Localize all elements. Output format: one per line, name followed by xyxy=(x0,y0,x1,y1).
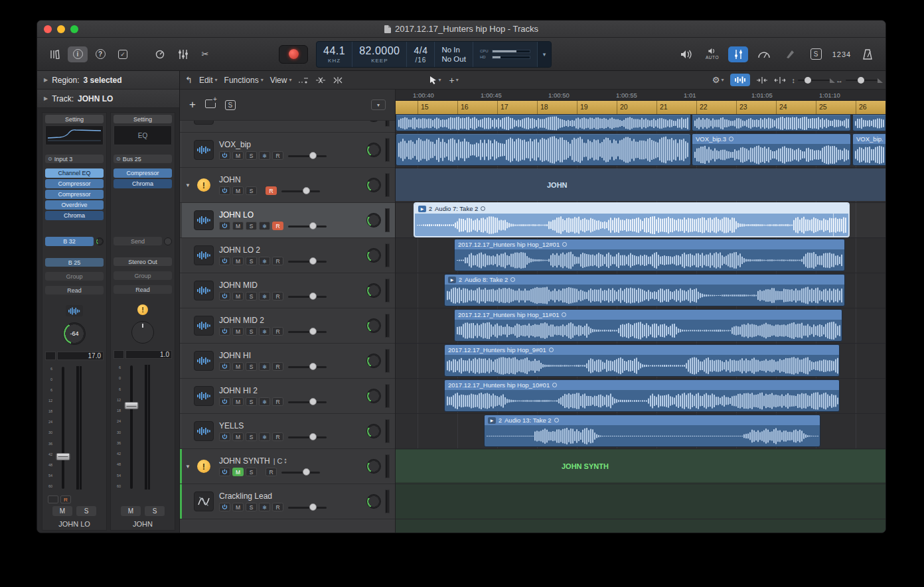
track-on-button[interactable] xyxy=(219,362,230,371)
track-record-button[interactable]: R xyxy=(272,397,283,406)
lcd-display[interactable]: 44.1 KHZ 82.0000 KEEP 4/4 /16 No In No O… xyxy=(316,41,552,68)
plugin-slot[interactable]: Channel EQ xyxy=(45,168,104,178)
audio-region[interactable]: 2017.12.17_Hunters hip Hop_11#01 xyxy=(454,309,842,342)
audio-region[interactable]: ▶2Audio 7: Take 2 xyxy=(414,203,849,237)
track-inspector-header[interactable]: ▶ Track: JOHN LO xyxy=(37,90,179,108)
track-solo-button[interactable]: S xyxy=(246,468,257,476)
track-pan-knob[interactable] xyxy=(366,178,381,192)
volume-value[interactable]: 1.0 xyxy=(125,350,172,359)
edit-menu[interactable]: Edit▾ xyxy=(199,76,218,85)
flex-button[interactable] xyxy=(315,76,326,84)
track-lane[interactable]: ▶2Audio 13: Take 2 xyxy=(396,414,886,449)
track-pan-knob[interactable] xyxy=(366,283,381,298)
catch-playhead-button[interactable]: ↰ xyxy=(185,75,193,85)
track-solo-button[interactable]: S xyxy=(246,432,257,441)
record-button[interactable] xyxy=(279,45,308,64)
send-slot[interactable]: B 32 xyxy=(45,237,94,246)
track-name[interactable]: JOHN xyxy=(219,175,241,184)
track-icon[interactable] xyxy=(194,121,214,125)
channel-strip-name[interactable]: JOHN LO xyxy=(45,520,104,528)
track-freeze-button[interactable]: ❄ xyxy=(259,257,270,265)
track-mute-button[interactable]: M xyxy=(232,257,244,265)
titlebar[interactable]: 2017.12.17_Hunters hip Hop - Tracks xyxy=(37,21,886,38)
track-icon[interactable]: ! xyxy=(194,456,214,476)
track-pan-knob[interactable] xyxy=(366,494,381,509)
metronome-button[interactable] xyxy=(858,46,878,62)
waveform-zoom-button[interactable] xyxy=(730,74,750,86)
track-pan-knob[interactable] xyxy=(366,248,381,263)
audio-region[interactable] xyxy=(692,114,851,131)
track-header-row[interactable]: JOHN HI 2 | ▴▾ M S ❄ R xyxy=(180,379,395,414)
track-header-row[interactable]: JOHN HI | ▴▾ M S ❄ R xyxy=(180,344,395,379)
audio-region[interactable]: 2017.12.17_Hunters hip Hop_9#01 xyxy=(444,344,840,377)
minimize-button[interactable] xyxy=(57,25,65,33)
output-slot[interactable]: Stereo Out xyxy=(114,257,172,266)
disclosure-triangle-icon[interactable]: ▼ xyxy=(182,464,194,470)
track-solo-button[interactable]: S xyxy=(246,292,257,300)
lcd-io[interactable]: No In No Out xyxy=(435,42,473,67)
track-lane[interactable]: JOHN xyxy=(396,168,886,203)
close-button[interactable] xyxy=(44,25,52,33)
group-slot[interactable]: Group xyxy=(45,272,104,281)
track-on-button[interactable] xyxy=(219,222,230,230)
track-name[interactable]: Crackling Lead xyxy=(219,491,272,501)
track-on-button[interactable] xyxy=(219,432,230,441)
track-icon[interactable] xyxy=(194,210,214,230)
track-header-row[interactable]: JOHN LO 2 | ▴▾ M S ❄ R xyxy=(180,238,395,273)
record-enable-button[interactable]: R xyxy=(60,495,71,503)
lcd-mode-chevron[interactable]: ▾ xyxy=(538,42,551,67)
track-on-button[interactable] xyxy=(219,397,230,406)
lcd-performance[interactable]: CPU HD xyxy=(473,42,538,67)
track-mute-button[interactable]: M xyxy=(232,432,244,441)
track-freeze-button[interactable]: ❄ xyxy=(259,432,270,441)
track-icon[interactable] xyxy=(194,281,214,300)
track-icon[interactable] xyxy=(194,316,214,336)
track-name[interactable]: JOHN SYNTH xyxy=(219,456,270,466)
count-in-button[interactable]: 1234 xyxy=(832,46,852,62)
track-mute-button[interactable]: M xyxy=(232,327,244,336)
track-record-button[interactable]: R xyxy=(272,257,283,265)
track-volume-slider[interactable] xyxy=(288,328,327,336)
volume-fader[interactable] xyxy=(121,364,141,490)
track-on-button[interactable] xyxy=(219,257,230,265)
functions-menu[interactable]: Functions▾ xyxy=(224,76,264,85)
region-disclosure-icon[interactable]: ▶ xyxy=(448,277,456,283)
track-icon[interactable] xyxy=(194,386,214,406)
track-volume-slider[interactable] xyxy=(288,257,327,265)
lcd-tempo[interactable]: 82.0000 KEEP xyxy=(352,42,407,67)
track-mute-button[interactable]: M xyxy=(232,503,244,511)
track-volume-slider[interactable] xyxy=(288,152,327,160)
track-on-button[interactable] xyxy=(219,186,230,195)
automation-mode-button[interactable]: Read xyxy=(45,286,104,294)
send-knob[interactable] xyxy=(96,237,104,245)
vertical-zoom-control[interactable]: ↕ xyxy=(792,76,830,84)
track-lane[interactable] xyxy=(396,484,886,519)
track-pan-knob[interactable] xyxy=(366,318,381,333)
track-volume-slider[interactable] xyxy=(288,293,327,300)
track-lane[interactable]: ▶2Audio 7: Take 2 xyxy=(396,203,886,238)
track-icon[interactable] xyxy=(194,140,214,160)
inspector-button[interactable]: i xyxy=(68,46,88,62)
input-monitor-button[interactable] xyxy=(48,495,58,503)
track-name[interactable]: JOHN LO 2 xyxy=(219,245,260,255)
track-stack-band[interactable]: JOHN xyxy=(396,168,886,201)
track-freeze-button[interactable]: ❄ xyxy=(259,292,270,300)
track-mute-button[interactable]: M xyxy=(232,468,244,476)
volume-fader[interactable] xyxy=(53,365,73,490)
track-solo-button[interactable]: S xyxy=(246,327,257,336)
input-slot[interactable]: ⊙ Bus 25 xyxy=(114,155,172,163)
automation-mode-button[interactable]: Read xyxy=(114,285,172,294)
global-solo-button[interactable]: S xyxy=(225,100,236,110)
plugin-slot[interactable]: Chroma xyxy=(114,179,172,188)
track-header-row[interactable]: VOX_bip | ▴▾ M S ❄ R xyxy=(180,133,395,168)
lcd-time-signature[interactable]: 4/4 /16 xyxy=(407,42,435,67)
performance-meter-button[interactable] xyxy=(754,46,774,62)
track-mute-button[interactable]: M xyxy=(232,151,244,160)
track-mute-button[interactable]: M xyxy=(232,186,244,195)
track-transpose[interactable]: |C ▴▾ xyxy=(273,457,287,465)
audio-region[interactable]: 2017.12.17_Hunters hip Hop_10#01 xyxy=(444,379,840,412)
track-record-button[interactable]: R xyxy=(272,362,283,371)
track-header-row[interactable]: | ▴▾ M S ❄ R xyxy=(180,121,395,133)
group-slot[interactable]: Group xyxy=(114,271,172,280)
audio-region[interactable]: 2017.12.17_Hunters hip Hop_12#01 xyxy=(454,239,845,271)
